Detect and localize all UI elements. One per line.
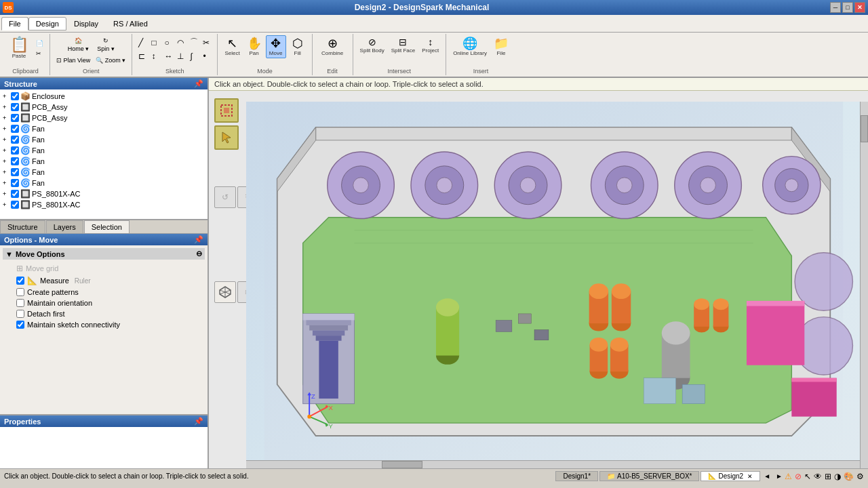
- tree-checkbox-pcbassy2[interactable]: [11, 114, 19, 122]
- expand-icon[interactable]: +: [3, 158, 9, 165]
- tree-checkbox-fan1[interactable]: [11, 125, 19, 133]
- tab-nav-left[interactable]: ◄: [762, 472, 772, 481]
- tab-structure[interactable]: Structure: [0, 220, 45, 233]
- status-tab-design2[interactable]: 📐 Design2 ✕: [701, 471, 760, 481]
- select-button[interactable]: ↖ Select: [222, 35, 242, 58]
- sketch-circle-button[interactable]: ○: [162, 35, 174, 49]
- tree-checkbox-fan6[interactable]: [11, 179, 19, 187]
- tree-item-ps2[interactable]: + 🔲 PS_8801X-AC: [1, 199, 206, 210]
- tree-item-fan1[interactable]: + 🌀 Fan: [1, 123, 206, 134]
- vertical-scrollbar[interactable]: [860, 102, 868, 468]
- tree-item-ps1[interactable]: + 🔲 PS_8801X-AC: [1, 188, 206, 199]
- warning-icon[interactable]: ⚠: [785, 472, 792, 481]
- expand-icon[interactable]: +: [3, 136, 9, 143]
- expand-icon[interactable]: +: [3, 115, 9, 121]
- paste-button[interactable]: 📋 Paste: [5, 35, 33, 61]
- expand-icon[interactable]: +: [3, 147, 9, 154]
- menu-rs-allied[interactable]: RS / Allied: [106, 17, 155, 30]
- tab-selection[interactable]: Selection: [84, 220, 130, 233]
- structure-pin-icon[interactable]: 📌: [194, 79, 203, 88]
- view-icon[interactable]: 👁: [814, 472, 822, 481]
- tab-layers[interactable]: Layers: [46, 220, 83, 233]
- zoom-button[interactable]: 🔍 Zoom ▾: [94, 56, 127, 65]
- tree-item-fan5[interactable]: + 🌀 Fan: [1, 167, 206, 178]
- tree-item-fan3[interactable]: + 🌀 Fan: [1, 145, 206, 156]
- sketch-point-button[interactable]: •: [201, 50, 213, 62]
- vp-rotate-ccw-btn[interactable]: ↺: [214, 186, 236, 208]
- plan-view-button[interactable]: ⊡ Plan View: [54, 56, 92, 65]
- tree-item-fan4[interactable]: + 🌀 Fan: [1, 156, 206, 167]
- combine-button[interactable]: ⊕ Combine: [319, 35, 346, 58]
- tree-checkbox-fan3[interactable]: [11, 146, 19, 155]
- scene3d[interactable]: Z X Y: [246, 102, 861, 462]
- online-library-button[interactable]: 🌐 Online Library: [450, 35, 490, 58]
- tree-item-enclosure[interactable]: + 📦 Enclosure: [1, 91, 206, 102]
- sketch-arc-button[interactable]: ◠: [175, 35, 187, 49]
- copy-button[interactable]: 📄: [34, 39, 45, 48]
- design2-close-icon[interactable]: ✕: [747, 473, 753, 480]
- maintain-sketch-checkbox[interactable]: [16, 321, 24, 329]
- sketch-spline-button[interactable]: ∫: [188, 50, 200, 62]
- minimize-button[interactable]: ─: [830, 2, 841, 13]
- project-button[interactable]: ↕ Project: [419, 35, 441, 56]
- cursor-status-icon[interactable]: ↖: [804, 472, 811, 481]
- tree-checkbox-enclosure[interactable]: [11, 92, 19, 100]
- color-icon[interactable]: 🎨: [844, 472, 854, 481]
- tab-nav-right[interactable]: ►: [774, 472, 785, 481]
- status-tab-design1[interactable]: Design1*: [555, 471, 598, 481]
- move-options-collapse-icon[interactable]: ⊖: [196, 249, 202, 258]
- measure-checkbox[interactable]: [16, 277, 24, 285]
- tree-item-pcbassy2[interactable]: + 🔲 PCB_Assy: [1, 113, 206, 123]
- split-face-button[interactable]: ⊟ Split Face: [389, 35, 418, 56]
- tree-checkbox-fan5[interactable]: [11, 168, 19, 176]
- move-options-header[interactable]: ▼ Move Options ⊖: [3, 248, 205, 260]
- status-tab-a10-server[interactable]: 📁 A10-B5_SERVER_BOX*: [599, 471, 699, 481]
- spin-button[interactable]: ↻ Spin ▾: [94, 35, 118, 54]
- horizontal-scrollbar[interactable]: [246, 460, 860, 468]
- sketch-rect-button[interactable]: □: [149, 35, 161, 49]
- expand-icon[interactable]: +: [3, 201, 9, 208]
- render-icon[interactable]: ◑: [834, 472, 841, 481]
- tree-checkbox-fan2[interactable]: [11, 136, 19, 144]
- hscroll-thumb[interactable]: [382, 461, 422, 468]
- vp-orient-btn[interactable]: [214, 281, 236, 303]
- viewport[interactable]: Click an object. Double-click to select …: [209, 78, 868, 468]
- expand-icon[interactable]: +: [3, 180, 9, 186]
- cut-button[interactable]: ✂: [34, 49, 45, 58]
- vp-cursor-btn[interactable]: [214, 125, 239, 150]
- tree-item-fan2[interactable]: + 🌀 Fan: [1, 134, 206, 145]
- sketch-offset-button[interactable]: ⊏: [136, 50, 149, 62]
- close-button[interactable]: ✕: [854, 2, 865, 13]
- settings-icon[interactable]: ⚙: [856, 472, 864, 481]
- split-body-button[interactable]: ⊘ Split Body: [357, 35, 387, 56]
- vp-select-mode-btn[interactable]: [214, 98, 239, 123]
- menu-design[interactable]: Design: [28, 17, 66, 30]
- tree-checkbox-ps2[interactable]: [11, 201, 19, 209]
- expand-icon[interactable]: +: [3, 93, 9, 100]
- tree-item-pcbassy1[interactable]: + 🔲 PCB_Assy: [1, 102, 206, 113]
- tree-checkbox-fan4[interactable]: [11, 157, 19, 165]
- expand-icon[interactable]: +: [3, 104, 9, 110]
- file-insert-button[interactable]: 📁 File: [491, 35, 511, 58]
- menu-file[interactable]: File: [1, 17, 28, 30]
- sketch-line-button[interactable]: ╱: [136, 35, 149, 49]
- pan-button[interactable]: ✋ Pan: [244, 35, 264, 58]
- sketch-trim-button[interactable]: ✂: [201, 35, 213, 49]
- detach-first-checkbox[interactable]: [16, 310, 24, 318]
- sketch-project-button[interactable]: ↕: [149, 50, 161, 62]
- tree-checkbox-ps1[interactable]: [11, 190, 19, 198]
- sketch-curve-button[interactable]: ⌒: [188, 35, 200, 49]
- expand-icon[interactable]: +: [3, 125, 9, 132]
- maintain-orientation-checkbox[interactable]: [16, 299, 24, 307]
- fill-button[interactable]: ⬡ Fill: [288, 35, 308, 58]
- expand-icon[interactable]: +: [3, 190, 9, 197]
- grid-icon[interactable]: ⊞: [825, 472, 831, 481]
- vscroll-thumb[interactable]: [861, 115, 868, 142]
- sketch-constrain-button[interactable]: ⊥: [175, 50, 187, 62]
- structure-tree[interactable]: + 📦 Enclosure + 🔲 PCB_Assy + 🔲 PCB_Assy: [0, 89, 208, 219]
- tree-item-fan6[interactable]: + 🌀 Fan: [1, 178, 206, 188]
- create-patterns-checkbox[interactable]: [16, 288, 24, 296]
- home-button[interactable]: 🏠 Home ▾: [64, 35, 93, 54]
- options-pin-icon[interactable]: 📌: [194, 235, 203, 244]
- expand-icon[interactable]: +: [3, 169, 9, 176]
